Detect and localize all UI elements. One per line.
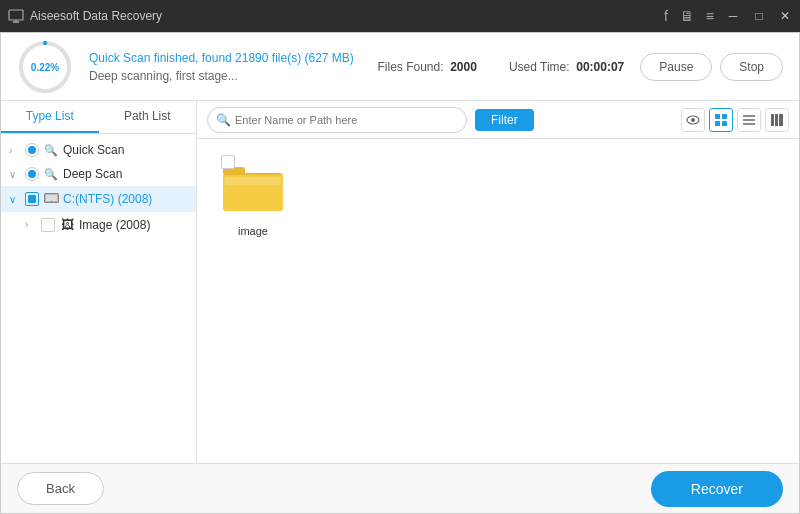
tab-type-list[interactable]: Type List xyxy=(1,101,99,133)
tree-item-c-drive[interactable]: ∨ C:(NTFS) (2008) xyxy=(1,186,196,212)
image-chevron-icon: › xyxy=(25,219,37,230)
view-icons xyxy=(681,108,789,132)
top-buttons: Pause Stop xyxy=(640,53,783,81)
image-label: Image (2008) xyxy=(79,218,188,232)
file-item-image[interactable]: image xyxy=(213,155,293,237)
chevron-down-icon: ∨ xyxy=(9,169,21,180)
scan-line1: Quick Scan finished, found 21890 file(s)… xyxy=(89,51,361,65)
progress-text: 0.22% xyxy=(31,61,59,72)
c-drive-icon xyxy=(43,191,59,207)
tree-list: › 🔍 Quick Scan ∨ 🔍 Deep Scan xyxy=(1,134,196,463)
preview-view-button[interactable] xyxy=(681,108,705,132)
monitor-icon[interactable]: 🖥 xyxy=(680,9,694,23)
progress-circle: 0.22% xyxy=(17,39,73,95)
search-input[interactable] xyxy=(235,114,458,126)
deep-scan-label: Deep Scan xyxy=(63,167,188,181)
quick-scan-icon: 🔍 xyxy=(43,144,59,157)
svg-rect-20 xyxy=(779,114,783,126)
used-time-label: Used Time: xyxy=(509,60,570,74)
stats: Files Found: 2000 Used Time: 00:00:07 xyxy=(377,60,624,74)
svg-rect-7 xyxy=(46,195,57,201)
bottom-bar: Back Recover xyxy=(1,463,799,513)
image-folder-icon: 🖼 xyxy=(59,217,75,232)
window-controls: f 🖥 ≡ ─ □ ✕ xyxy=(664,9,792,23)
image-check[interactable] xyxy=(41,218,55,232)
files-found-label: Files Found: xyxy=(377,60,443,74)
tree-item-image[interactable]: › 🖼 Image (2008) xyxy=(1,212,196,237)
svg-rect-14 xyxy=(722,121,727,126)
file-grid: image xyxy=(197,139,799,463)
scan-line2: Deep scanning, first stage... xyxy=(89,69,361,83)
tab-path-list[interactable]: Path List xyxy=(99,101,197,133)
svg-rect-24 xyxy=(225,177,281,185)
file-item-thumb xyxy=(221,155,285,219)
chevron-right-icon: › xyxy=(9,145,21,156)
scan-prefix: Quick Scan finished, found xyxy=(89,51,235,65)
maximize-button[interactable]: □ xyxy=(752,9,766,23)
svg-rect-18 xyxy=(771,114,774,126)
svg-rect-13 xyxy=(715,121,720,126)
search-icon: 🔍 xyxy=(216,113,231,127)
pause-button[interactable]: Pause xyxy=(640,53,712,81)
detail-view-button[interactable] xyxy=(765,108,789,132)
used-time-stat: Used Time: 00:00:07 xyxy=(509,60,624,74)
files-found-value: 2000 xyxy=(450,60,477,74)
filter-button[interactable]: Filter xyxy=(475,109,534,131)
tree-item-deep-scan[interactable]: ∨ 🔍 Deep Scan xyxy=(1,162,196,186)
c-drive-label: C:(NTFS) (2008) xyxy=(63,192,188,206)
used-time-value: 00:00:07 xyxy=(576,60,624,74)
svg-point-10 xyxy=(691,118,695,122)
svg-point-8 xyxy=(50,201,52,203)
recover-button[interactable]: Recover xyxy=(651,471,783,507)
app-icon xyxy=(8,8,24,24)
file-toolbar: 🔍 Filter xyxy=(197,101,799,139)
c-drive-chevron-icon: ∨ xyxy=(9,194,21,205)
sidebar-tabs: Type List Path List xyxy=(1,101,196,134)
scan-info: Quick Scan finished, found 21890 file(s)… xyxy=(89,51,361,83)
grid-view-button[interactable] xyxy=(709,108,733,132)
minimize-button[interactable]: ─ xyxy=(726,9,740,23)
quick-scan-label: Quick Scan xyxy=(63,143,188,157)
c-drive-check[interactable] xyxy=(25,192,39,206)
top-bar: 0.22% Quick Scan finished, found 21890 f… xyxy=(1,33,799,101)
menu-icon[interactable]: ≡ xyxy=(706,9,714,23)
quick-scan-check xyxy=(25,143,39,157)
scan-suffix: file(s) (627 MB) xyxy=(268,51,353,65)
svg-rect-0 xyxy=(9,10,23,20)
file-item-label: image xyxy=(238,225,268,237)
grid-items: image xyxy=(213,155,783,237)
deep-scan-check xyxy=(25,167,39,181)
back-button[interactable]: Back xyxy=(17,472,104,505)
deep-scan-icon: 🔍 xyxy=(43,168,59,181)
main-window: 0.22% Quick Scan finished, found 21890 f… xyxy=(0,32,800,514)
tree-item-quick-scan[interactable]: › 🔍 Quick Scan xyxy=(1,138,196,162)
file-item-checkbox[interactable] xyxy=(221,155,235,169)
list-view-button[interactable] xyxy=(737,108,761,132)
title-bar: Aiseesoft Data Recovery f 🖥 ≡ ─ □ ✕ xyxy=(0,0,800,32)
stop-button[interactable]: Stop xyxy=(720,53,783,81)
sidebar: Type List Path List › 🔍 Quick Scan ∨ xyxy=(1,101,197,463)
svg-rect-11 xyxy=(715,114,720,119)
svg-rect-19 xyxy=(775,114,778,126)
app-title: Aiseesoft Data Recovery xyxy=(30,9,664,23)
scan-count: 21890 xyxy=(235,51,268,65)
right-panel: 🔍 Filter xyxy=(197,101,799,463)
close-button[interactable]: ✕ xyxy=(778,9,792,23)
svg-rect-12 xyxy=(722,114,727,119)
files-found-stat: Files Found: 2000 xyxy=(377,60,476,74)
facebook-icon[interactable]: f xyxy=(664,9,668,23)
search-box: 🔍 xyxy=(207,107,467,133)
content-area: Type List Path List › 🔍 Quick Scan ∨ xyxy=(1,101,799,463)
